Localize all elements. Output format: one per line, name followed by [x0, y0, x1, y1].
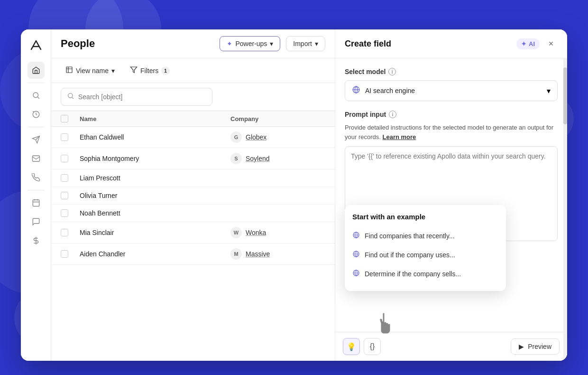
- search-bar-container: [51, 83, 335, 111]
- sidebar-item-history[interactable]: [28, 106, 45, 123]
- company-name: Globex: [246, 133, 266, 141]
- app-logo: [28, 37, 45, 54]
- learn-more-link[interactable]: Learn more: [383, 133, 416, 141]
- preview-label: Preview: [528, 343, 551, 350]
- example-item[interactable]: Find companies that recently...: [345, 226, 506, 245]
- sidebar-item-mail[interactable]: [28, 150, 45, 167]
- sidebar-divider: [28, 127, 45, 127]
- table-row: Ethan Caldwell G Globex: [51, 127, 335, 148]
- sidebar-item-search[interactable]: [28, 87, 45, 104]
- ai-badge-label: AI: [529, 40, 535, 47]
- play-icon: ▶: [519, 343, 524, 350]
- example-text: Determine if the company sells...: [365, 270, 461, 278]
- company-cell: W Wonka: [230, 227, 325, 238]
- row-check: [61, 174, 80, 182]
- scrollbar-thumb[interactable]: [563, 67, 567, 124]
- power-ups-button[interactable]: ✦ Power-ups ▾: [220, 36, 280, 51]
- chevron-down-icon: ▾: [315, 40, 318, 47]
- import-button[interactable]: Import ▾: [286, 36, 325, 51]
- company-avatar: S: [230, 153, 242, 164]
- filter-count-badge: 1: [161, 66, 170, 75]
- search-bar[interactable]: [61, 88, 212, 106]
- sidebar-item-calendar[interactable]: [28, 194, 45, 211]
- row-check: [61, 229, 80, 236]
- chevron-down-icon: ▾: [547, 86, 551, 95]
- select-model-label: Select model i: [345, 68, 558, 75]
- example-text: Find companies that recently...: [365, 232, 455, 240]
- table-row: Noah Bennett: [51, 205, 335, 222]
- person-name: Olivia Turner: [80, 192, 230, 199]
- table-row: Mia Sinclair W Wonka: [51, 222, 335, 244]
- select-all-checkbox[interactable]: [61, 115, 68, 122]
- svg-rect-2: [32, 156, 39, 161]
- sidebar-item-phone[interactable]: [28, 169, 45, 186]
- company-name: Wonka: [246, 229, 266, 236]
- company-cell: G Globex: [230, 131, 325, 143]
- prompt-input-label: Prompt input i: [345, 111, 558, 118]
- lightbulb-icon: 💡: [347, 342, 356, 351]
- filters-button[interactable]: Filters 1: [125, 63, 175, 78]
- svg-rect-3: [33, 200, 39, 206]
- svg-point-6: [68, 94, 73, 98]
- example-item[interactable]: Determine if the company sells...: [345, 264, 506, 283]
- ai-badge: ✦ AI: [516, 38, 540, 49]
- table-row: Sophia Montgomery S Soylend: [51, 148, 335, 169]
- model-select-dropdown[interactable]: AI search engine ▾: [345, 80, 558, 101]
- company-cell: S Soylend: [230, 153, 325, 164]
- search-icon: [67, 92, 74, 102]
- sidebar-item-dollar[interactable]: [28, 232, 45, 249]
- view-name-button[interactable]: View name ▾: [61, 63, 119, 78]
- sparkle-icon: ✦: [521, 40, 526, 47]
- main-window: People ✦ Power-ups ▾ Import ▾ Vie: [21, 29, 567, 361]
- globe-icon: [352, 269, 360, 279]
- row-checkbox[interactable]: [61, 192, 68, 199]
- svg-rect-5: [66, 67, 72, 73]
- company-avatar: G: [230, 131, 242, 143]
- table-row: Aiden Chandler M Massive: [51, 244, 335, 265]
- toolbar: View name ▾ Filters 1: [51, 58, 335, 83]
- power-ups-label: Power-ups: [235, 40, 267, 47]
- view-name-label: View name: [76, 67, 109, 75]
- svg-point-0: [33, 93, 38, 98]
- panel-header: Create field ✦ AI ×: [335, 29, 567, 58]
- sparkle-icon: ✦: [227, 40, 232, 47]
- sidebar: [21, 29, 51, 361]
- info-icon[interactable]: i: [389, 111, 396, 118]
- row-check: [61, 155, 80, 162]
- lightbulb-button[interactable]: 💡: [343, 338, 360, 355]
- example-item[interactable]: Find out if the company uses...: [345, 245, 506, 264]
- table-row: Liam Prescott: [51, 169, 335, 187]
- search-input[interactable]: [78, 93, 206, 101]
- select-model-section: Select model i AI search engine ▾: [345, 68, 558, 101]
- page-title: People: [61, 38, 214, 50]
- row-checkbox[interactable]: [61, 229, 68, 236]
- panel-footer: 💡 {} ▶ Preview: [335, 332, 567, 361]
- sidebar-item-send[interactable]: [28, 131, 45, 148]
- code-icon: {}: [370, 342, 375, 351]
- chevron-down-icon: ▾: [111, 67, 115, 75]
- person-name: Sophia Montgomery: [80, 155, 230, 162]
- close-button[interactable]: ×: [544, 37, 558, 50]
- row-checkbox[interactable]: [61, 133, 68, 141]
- table-container: Name Company Ethan Caldwell G Globex: [51, 111, 335, 361]
- person-name: Liam Prescott: [80, 174, 230, 182]
- globe-icon: [352, 85, 360, 96]
- sidebar-item-home[interactable]: [28, 62, 45, 79]
- row-checkbox[interactable]: [61, 209, 68, 217]
- row-checkbox[interactable]: [61, 250, 68, 258]
- company-name: Massive: [246, 250, 270, 258]
- code-button[interactable]: {}: [364, 338, 381, 355]
- import-label: Import: [293, 40, 312, 47]
- row-checkbox[interactable]: [61, 155, 68, 162]
- info-icon[interactable]: i: [388, 68, 396, 75]
- row-checkbox[interactable]: [61, 174, 68, 182]
- filters-label: Filters: [140, 67, 158, 75]
- col-header-company: Company: [230, 115, 325, 122]
- table-row: Olivia Turner: [51, 187, 335, 205]
- company-avatar: W: [230, 227, 242, 238]
- preview-button[interactable]: ▶ Preview: [511, 338, 560, 355]
- globe-icon: [352, 231, 360, 241]
- sidebar-item-chat[interactable]: [28, 213, 45, 230]
- panel-scrollbar[interactable]: [563, 58, 567, 361]
- table-icon: [65, 66, 73, 75]
